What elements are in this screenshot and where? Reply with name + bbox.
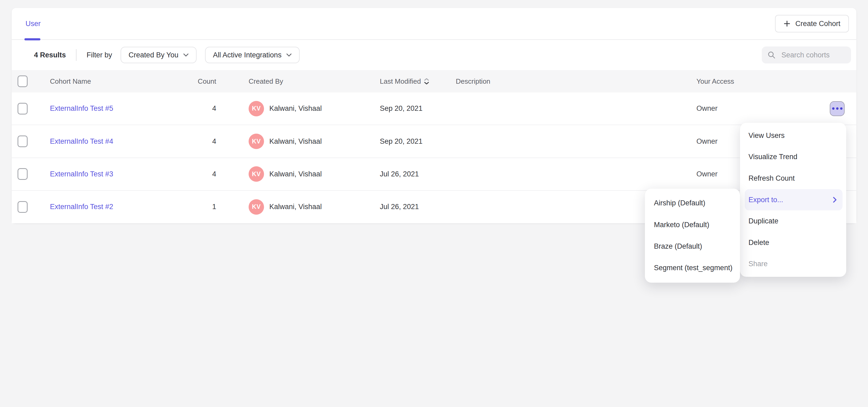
table-row: ExternalInfo Test #5 4 KV Kalwani, Visha…	[12, 92, 856, 125]
submenu-item-airship[interactable]: Airship (Default)	[645, 192, 740, 214]
integrations-dropdown[interactable]: All Active Integrations	[205, 47, 300, 63]
plus-icon	[783, 20, 790, 27]
last-modified: Sep 20, 2021	[380, 104, 456, 113]
avatar: KV	[249, 134, 264, 149]
cohorts-page: User Create Cohort 4 Results Filter by C…	[0, 0, 868, 407]
row-checkbox[interactable]	[18, 103, 28, 115]
last-modified: Jul 26, 2021	[380, 203, 456, 211]
cohort-name-link[interactable]: ExternalInfo Test #2	[50, 203, 113, 211]
row-checkbox[interactable]	[18, 168, 28, 180]
sort-asc-desc-icon	[424, 78, 429, 85]
search-icon	[768, 51, 776, 59]
active-tab-underline	[25, 38, 40, 40]
chevron-down-icon	[183, 53, 189, 57]
chevron-down-icon	[286, 53, 291, 57]
menu-item-view-users[interactable]: View Users	[740, 125, 846, 146]
ellipsis-icon	[832, 107, 842, 110]
created-by-dropdown[interactable]: Created By You	[121, 47, 196, 63]
created-by-name: Kalwani, Vishaal	[269, 104, 322, 113]
last-modified: Jul 26, 2021	[380, 170, 456, 178]
tab-bar: User Create Cohort	[12, 8, 856, 40]
table-row: ExternalInfo Test #4 4 KV Kalwani, Visha…	[12, 125, 856, 158]
create-cohort-label: Create Cohort	[795, 20, 840, 28]
row-actions-menu: View Users Visualize Trend Refresh Count…	[740, 123, 846, 277]
menu-item-refresh-count[interactable]: Refresh Count	[740, 168, 846, 189]
row-checkbox[interactable]	[18, 135, 28, 147]
cohort-count: 4	[183, 170, 216, 178]
filter-bar: 4 Results Filter by Created By You All A…	[12, 40, 856, 70]
divider	[76, 49, 76, 61]
menu-item-export-to[interactable]: Export to...	[745, 189, 842, 211]
created-by-name: Kalwani, Vishaal	[269, 203, 322, 211]
created-by-name: Kalwani, Vishaal	[269, 170, 322, 178]
menu-item-visualize-trend[interactable]: Visualize Trend	[740, 146, 846, 168]
cohort-name-link[interactable]: ExternalInfo Test #4	[50, 137, 113, 145]
table-header: Cohort Name Count Created By Last Modifi…	[12, 70, 856, 92]
menu-item-export-to-label: Export to...	[748, 196, 783, 204]
avatar: KV	[249, 166, 264, 182]
col-last-modified-sort[interactable]: Last Modified	[380, 77, 456, 86]
row-actions-button[interactable]	[830, 101, 845, 116]
col-created-by: Created By	[249, 77, 380, 86]
menu-item-share: Share	[740, 253, 846, 275]
cohort-name-link[interactable]: ExternalInfo Test #3	[50, 170, 113, 178]
last-modified: Sep 20, 2021	[380, 137, 456, 146]
cohort-name-link[interactable]: ExternalInfo Test #5	[50, 104, 113, 113]
results-count: 4 Results	[34, 51, 66, 59]
row-checkbox[interactable]	[18, 201, 28, 213]
col-count: Count	[183, 77, 216, 86]
submenu-item-marketo[interactable]: Marketo (Default)	[645, 214, 740, 236]
cohort-count: 4	[183, 104, 216, 113]
chevron-right-icon	[833, 197, 837, 203]
created-by-dropdown-label: Created By You	[129, 51, 179, 59]
cohort-count: 4	[183, 137, 216, 146]
create-cohort-button[interactable]: Create Cohort	[775, 15, 849, 32]
integrations-dropdown-label: All Active Integrations	[213, 51, 282, 59]
col-description: Description	[456, 77, 696, 86]
avatar: KV	[249, 101, 264, 116]
tab-user-label: User	[26, 20, 41, 28]
table-row: ExternalInfo Test #3 4 KV Kalwani, Visha…	[12, 158, 856, 191]
col-last-modified-label: Last Modified	[380, 77, 421, 86]
col-cohort-name: Cohort Name	[50, 77, 183, 86]
created-by-name: Kalwani, Vishaal	[269, 137, 322, 146]
search-input[interactable]	[780, 51, 845, 60]
cohort-count: 1	[183, 203, 216, 211]
avatar: KV	[249, 199, 264, 215]
access-level: Owner	[696, 104, 830, 113]
select-all-checkbox-cell	[12, 75, 50, 87]
submenu-item-braze[interactable]: Braze (Default)	[645, 236, 740, 257]
export-submenu: Airship (Default) Marketo (Default) Braz…	[645, 189, 740, 283]
menu-item-duplicate[interactable]: Duplicate	[740, 211, 846, 232]
select-all-checkbox[interactable]	[18, 75, 28, 87]
tab-user[interactable]: User	[26, 8, 41, 39]
search-field[interactable]	[762, 46, 851, 63]
filter-by-label: Filter by	[87, 51, 112, 59]
menu-item-delete[interactable]: Delete	[740, 232, 846, 253]
col-your-access: Your Access	[696, 77, 830, 86]
submenu-item-segment[interactable]: Segment (test_segment)	[645, 257, 740, 279]
